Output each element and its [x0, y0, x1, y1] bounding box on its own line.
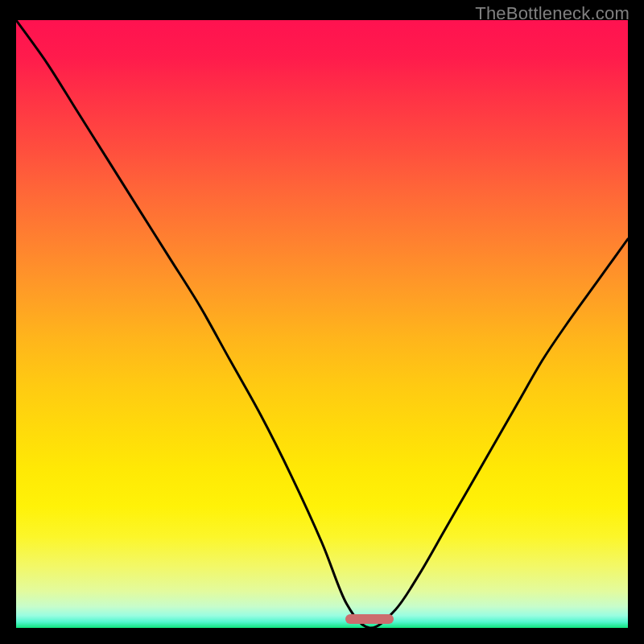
watermark-text: TheBottleneck.com — [475, 3, 630, 24]
optimal-point-marker — [345, 614, 394, 624]
curve-path — [16, 20, 628, 628]
chart-frame: TheBottleneck.com — [0, 0, 644, 644]
bottleneck-curve — [16, 20, 628, 628]
plot-area — [16, 20, 628, 628]
